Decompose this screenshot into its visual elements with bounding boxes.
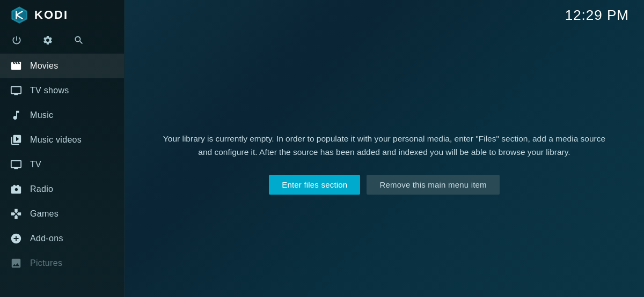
sidebar-item-movies[interactable]: Movies bbox=[0, 54, 124, 78]
tv-shows-icon bbox=[10, 84, 23, 97]
settings-icon bbox=[42, 35, 53, 46]
topbar: 12:29 PM bbox=[125, 0, 644, 30]
sidebar-item-pictures[interactable]: Pictures bbox=[0, 251, 124, 276]
navigation-menu: Movies TV shows Music Music videos bbox=[0, 54, 124, 297]
settings-button[interactable] bbox=[40, 32, 56, 48]
enter-files-button[interactable]: Enter files section bbox=[269, 175, 360, 195]
search-button[interactable] bbox=[71, 32, 87, 48]
action-buttons: Enter files section Remove this main men… bbox=[269, 175, 500, 195]
sidebar-item-games[interactable]: Games bbox=[0, 202, 124, 226]
radio-label: Radio bbox=[30, 184, 53, 194]
music-videos-icon bbox=[10, 133, 23, 146]
sidebar-item-music-videos[interactable]: Music videos bbox=[0, 128, 124, 152]
movies-label: Movies bbox=[30, 61, 58, 71]
power-icon bbox=[11, 35, 22, 46]
music-videos-label: Music videos bbox=[30, 135, 82, 145]
radio-icon bbox=[10, 183, 23, 196]
sidebar-item-tv-shows[interactable]: TV shows bbox=[0, 78, 124, 103]
clock-display: 12:29 PM bbox=[565, 7, 629, 24]
sidebar: KODI Movies bbox=[0, 0, 125, 297]
games-label: Games bbox=[30, 209, 58, 219]
sidebar-item-radio[interactable]: Radio bbox=[0, 177, 124, 202]
tv-live-icon bbox=[10, 158, 23, 171]
sidebar-item-music[interactable]: Music bbox=[0, 103, 124, 128]
empty-library-message: Your library is currently empty. In orde… bbox=[157, 132, 612, 159]
search-icon bbox=[74, 35, 84, 46]
remove-menu-item-button[interactable]: Remove this main menu item bbox=[367, 175, 499, 195]
sidebar-icon-row bbox=[0, 30, 124, 54]
tv-label: TV bbox=[30, 160, 41, 169]
movies-icon bbox=[10, 60, 23, 72]
app-logo-area: KODI bbox=[0, 0, 124, 30]
add-ons-label: Add-ons bbox=[30, 234, 63, 243]
sidebar-item-add-ons[interactable]: Add-ons bbox=[0, 226, 124, 251]
power-button[interactable] bbox=[9, 32, 25, 48]
kodi-logo-icon bbox=[10, 5, 29, 25]
games-icon bbox=[10, 207, 23, 220]
main-content: 12:29 PM Your library is currently empty… bbox=[125, 0, 644, 297]
content-area: Your library is currently empty. In orde… bbox=[125, 30, 644, 297]
pictures-label: Pictures bbox=[30, 258, 62, 268]
pictures-icon bbox=[10, 257, 23, 270]
music-label: Music bbox=[30, 110, 53, 120]
addons-icon bbox=[10, 232, 23, 245]
app-title: KODI bbox=[34, 8, 68, 22]
sidebar-item-tv[interactable]: TV bbox=[0, 152, 124, 177]
tv-shows-label: TV shows bbox=[30, 86, 69, 95]
music-icon bbox=[10, 109, 23, 122]
